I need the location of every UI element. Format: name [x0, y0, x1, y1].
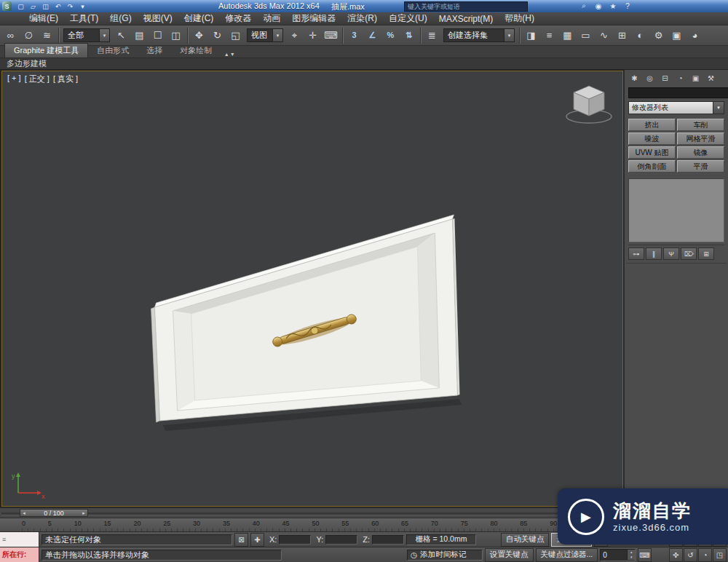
- menu-views[interactable]: 视图(V): [138, 12, 178, 25]
- modify-panel-tab[interactable]: ◎: [643, 72, 657, 84]
- keyboard-shortcut-toggle-icon[interactable]: ⌨: [638, 548, 652, 562]
- set-key-button[interactable]: 设置关键点: [485, 548, 534, 562]
- undo-icon[interactable]: ↶: [52, 1, 63, 11]
- reference-coordinate-dropdown[interactable]: 视图 ▼: [247, 28, 283, 42]
- menu-edit[interactable]: 编辑(E): [23, 12, 64, 25]
- select-by-name-icon[interactable]: ▤: [131, 27, 148, 44]
- selection-region-icon[interactable]: ☐: [149, 27, 166, 44]
- menu-tools[interactable]: 工具(T): [64, 12, 104, 25]
- current-frame-spinner[interactable]: 0 ▴ ▾: [600, 549, 636, 561]
- open-file-icon[interactable]: ▱: [28, 1, 39, 11]
- use-pivot-center-icon[interactable]: ⌖: [286, 27, 303, 44]
- curve-editor-icon[interactable]: ∿: [596, 27, 612, 44]
- percent-snap-icon[interactable]: %: [382, 27, 399, 44]
- keyboard-override-icon[interactable]: ⌨: [323, 27, 339, 44]
- menu-animation[interactable]: 动画: [257, 12, 286, 25]
- selection-lock-toggle-icon[interactable]: ⊠: [234, 533, 248, 547]
- perspective-viewport[interactable]: [ + ] [ 正交 ] [ 真实 ]: [1, 71, 623, 507]
- viewcube[interactable]: [561, 82, 617, 127]
- spin-up-icon[interactable]: ▴: [628, 550, 635, 555]
- communication-center-icon[interactable]: ◉: [593, 1, 604, 11]
- render-setup-icon[interactable]: ⚙: [650, 27, 667, 44]
- edit-named-sets-icon[interactable]: ≣: [424, 27, 440, 44]
- tab-selection[interactable]: 选择: [138, 44, 171, 58]
- x-coordinate-field[interactable]: [279, 535, 311, 545]
- ribbon-minimize-icon[interactable]: ▴: [225, 51, 228, 58]
- menu-customize[interactable]: 自定义(U): [383, 12, 433, 25]
- maximize-viewport-toggle-icon[interactable]: ◳: [713, 548, 727, 562]
- named-selection-sets-dropdown[interactable]: 创建选择集 ▼: [443, 28, 515, 42]
- save-file-icon[interactable]: ◫: [40, 1, 51, 11]
- spinner-snap-icon[interactable]: ⇅: [400, 27, 417, 44]
- material-editor-icon[interactable]: ◐: [632, 27, 649, 44]
- project-folder-icon[interactable]: ▾: [77, 1, 88, 11]
- pin-stack-icon[interactable]: ⊶: [628, 248, 644, 260]
- tab-object-paint[interactable]: 对象绘制: [171, 44, 221, 58]
- select-and-rotate-icon[interactable]: ↻: [209, 27, 226, 44]
- show-end-result-icon[interactable]: ∥: [646, 248, 662, 260]
- menu-help[interactable]: 帮助(H): [499, 12, 540, 25]
- mirror-icon[interactable]: ◨: [523, 27, 539, 44]
- modifier-preset-button[interactable]: 车削: [677, 119, 724, 131]
- favorites-star-icon[interactable]: ★: [608, 1, 618, 11]
- modifier-stack[interactable]: [628, 178, 724, 242]
- modifier-preset-button[interactable]: 平滑: [677, 160, 724, 173]
- app-logo-icon[interactable]: S: [2, 1, 12, 11]
- viewport-shading-menu[interactable]: [ 真实 ]: [53, 74, 78, 84]
- search-icon[interactable]: ⌕: [579, 1, 589, 11]
- orbit-icon[interactable]: ↺: [684, 548, 697, 562]
- panel-polygon-modeling[interactable]: 多边形建模: [0, 58, 53, 70]
- select-and-move-icon[interactable]: ✥: [191, 27, 207, 44]
- modifier-preset-button[interactable]: 网格平滑: [677, 132, 724, 145]
- modifier-preset-button[interactable]: 挤出: [628, 119, 676, 131]
- hierarchy-panel-tab[interactable]: ⊟: [658, 72, 672, 84]
- time-slider-track[interactable]: [1, 512, 629, 515]
- add-time-tag-field[interactable]: ◷ 添加时间标记: [407, 550, 483, 561]
- field-of-view-icon[interactable]: ◔: [698, 548, 712, 562]
- selection-filter-dropdown[interactable]: 全部 ▼: [63, 28, 110, 42]
- pan-icon[interactable]: ✜: [669, 548, 683, 562]
- menu-create[interactable]: 创建(C): [178, 12, 220, 25]
- display-panel-tab[interactable]: ▣: [689, 72, 703, 84]
- render-production-icon[interactable]: ◕: [687, 27, 703, 44]
- select-object-icon[interactable]: ↖: [113, 27, 130, 44]
- window-crossing-icon[interactable]: ◫: [167, 27, 184, 44]
- z-coordinate-field[interactable]: [372, 535, 404, 545]
- y-coordinate-field[interactable]: [325, 535, 357, 545]
- menu-graph-editors[interactable]: 图形编辑器: [286, 12, 341, 25]
- menu-maxscript[interactable]: MAXScript(M): [433, 13, 499, 25]
- viewport-general-menu[interactable]: [ + ]: [7, 74, 21, 84]
- scene-drawer-panel[interactable]: [2, 71, 622, 506]
- remove-modifier-icon[interactable]: ⌦: [681, 248, 697, 260]
- key-filters-button[interactable]: 关键点过滤器...: [536, 548, 598, 562]
- spin-down-icon[interactable]: ▾: [628, 555, 635, 560]
- redo-icon[interactable]: ↷: [65, 1, 76, 11]
- help-icon[interactable]: ?: [622, 1, 633, 11]
- modifier-preset-button[interactable]: 镜像: [677, 146, 724, 159]
- bind-to-space-warp-icon[interactable]: ≋: [39, 27, 55, 44]
- modifier-preset-button[interactable]: 倒角剖面: [628, 160, 676, 173]
- time-slider-handle[interactable]: ◄ 0 / 100 ►: [20, 509, 88, 517]
- snap-toggle-icon[interactable]: 3: [346, 27, 363, 44]
- absolute-mode-toggle-icon[interactable]: ✚: [250, 533, 264, 547]
- viewport-pov-menu[interactable]: [ 正交 ]: [25, 74, 50, 84]
- motion-panel-tab[interactable]: ◔: [673, 72, 687, 84]
- select-and-link-icon[interactable]: ∞: [2, 27, 19, 44]
- schematic-view-icon[interactable]: ⊞: [614, 27, 630, 44]
- maxscript-mini-listener[interactable]: 所在行:: [0, 547, 39, 562]
- object-name-field[interactable]: [628, 87, 728, 98]
- next-frame-icon[interactable]: ►: [82, 511, 86, 515]
- menu-rendering[interactable]: 渲染(R): [341, 12, 383, 25]
- align-icon[interactable]: ≡: [541, 27, 558, 44]
- layer-manager-icon[interactable]: ▦: [559, 27, 576, 44]
- menu-modifiers[interactable]: 修改器: [219, 12, 257, 25]
- select-and-scale-icon[interactable]: ◱: [227, 27, 244, 44]
- unlink-selection-icon[interactable]: ∅: [20, 27, 37, 44]
- modifier-preset-button[interactable]: 噪波: [628, 132, 676, 145]
- previous-frame-icon[interactable]: ◄: [22, 511, 26, 515]
- modifier-preset-button[interactable]: UVW 贴图: [628, 146, 676, 159]
- graphite-toggle-icon[interactable]: ▭: [577, 27, 594, 44]
- menu-group[interactable]: 组(G): [104, 12, 137, 25]
- make-unique-icon[interactable]: Ψ: [663, 248, 679, 260]
- configure-modifier-sets-icon[interactable]: ⊞: [698, 248, 714, 260]
